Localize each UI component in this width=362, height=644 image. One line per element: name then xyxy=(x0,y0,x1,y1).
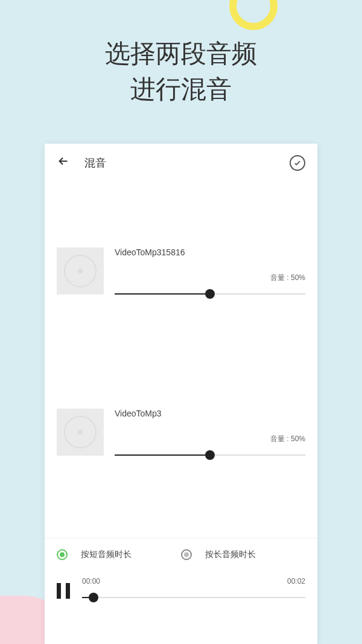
mode-option-short[interactable]: 按短音频时长 xyxy=(57,549,181,560)
slider-thumb[interactable] xyxy=(205,289,215,299)
volume-slider-2[interactable] xyxy=(115,448,305,462)
slider-thumb[interactable] xyxy=(205,450,215,460)
total-time: 00:02 xyxy=(287,577,305,585)
back-arrow-icon[interactable] xyxy=(57,155,70,171)
slider-thumb[interactable] xyxy=(89,593,98,602)
mixer-card: 混音 VideoToMp315816 音量 : 50% VideoToMp xyxy=(45,144,317,644)
card-title: 混音 xyxy=(84,156,106,170)
page-headline: 选择两段音频 进行混音 xyxy=(0,0,362,107)
progress-slider[interactable] xyxy=(82,590,305,605)
track-thumbnail xyxy=(57,247,104,295)
radio-icon xyxy=(57,549,68,560)
volume-slider-1[interactable] xyxy=(115,287,305,301)
volume-label: 音量 : 50% xyxy=(115,273,305,283)
track-thumbnail xyxy=(57,409,104,456)
mode-label: 按短音频时长 xyxy=(81,549,132,560)
current-time: 00:00 xyxy=(82,577,100,585)
mode-label: 按长音频时长 xyxy=(205,549,256,560)
pause-button[interactable] xyxy=(57,583,70,599)
confirm-button[interactable] xyxy=(290,155,305,171)
duration-mode-row: 按短音频时长 按长音频时长 xyxy=(45,538,317,560)
disc-icon xyxy=(64,416,97,448)
track-name: VideoToMp3 xyxy=(115,409,305,418)
audio-track-1: VideoToMp315816 音量 : 50% xyxy=(45,231,317,307)
disc-icon xyxy=(64,255,97,287)
playback-row: 00:00 00:02 xyxy=(45,560,317,605)
card-header: 混音 xyxy=(45,144,317,182)
radio-icon xyxy=(181,549,192,560)
track-name: VideoToMp315816 xyxy=(115,247,305,257)
headline-line1: 选择两段音频 xyxy=(0,36,362,72)
mode-option-long[interactable]: 按长音频时长 xyxy=(181,549,305,560)
volume-label: 音量 : 50% xyxy=(115,434,305,444)
audio-track-2: VideoToMp3 音量 : 50% xyxy=(45,392,317,468)
headline-line2: 进行混音 xyxy=(0,72,362,107)
